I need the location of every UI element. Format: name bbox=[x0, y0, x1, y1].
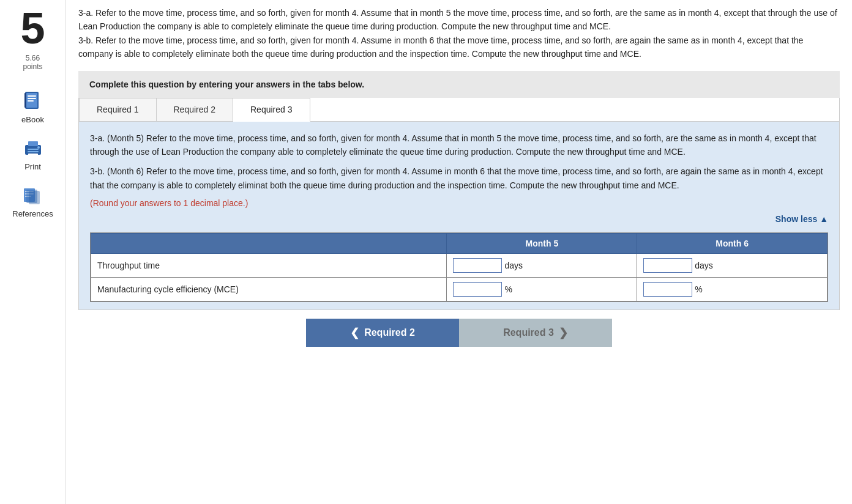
table-row-mce: Manufacturing cycle efficiency (MCE) % bbox=[91, 278, 828, 302]
question-part-b: 3-b. Refer to the move time, process tim… bbox=[78, 35, 803, 59]
question-text: 3-a. Refer to the move time, process tim… bbox=[78, 6, 840, 61]
mce-month5-input[interactable] bbox=[453, 282, 502, 297]
tab-part-a: 3-a. (Month 5) Refer to the move time, p… bbox=[90, 132, 828, 159]
points-info: 5.66 points bbox=[23, 54, 42, 71]
tab-content-required-3: 3-a. (Month 5) Refer to the move time, p… bbox=[79, 122, 839, 310]
tab-required-3[interactable]: Required 3 bbox=[233, 98, 310, 122]
svg-rect-2 bbox=[28, 95, 36, 97]
svg-rect-10 bbox=[28, 154, 38, 157]
svg-rect-9 bbox=[28, 141, 38, 146]
throughput-month6-cell: days bbox=[637, 254, 828, 278]
svg-rect-18 bbox=[29, 191, 40, 204]
table-row-throughput: Throughput time days bbox=[91, 254, 828, 278]
data-table-wrapper: Month 5 Month 6 Throughput time day bbox=[90, 232, 828, 302]
instruction-box: Complete this question by entering your … bbox=[78, 71, 840, 98]
tab-required-1[interactable]: Required 1 bbox=[79, 98, 157, 121]
ebook-label: eBook bbox=[21, 115, 44, 124]
ebook-icon bbox=[21, 89, 45, 113]
svg-rect-7 bbox=[28, 149, 39, 150]
references-icon bbox=[21, 183, 44, 207]
throughput-month5-unit: days bbox=[504, 261, 523, 270]
show-less-link[interactable]: Show less ▲ bbox=[90, 212, 828, 229]
svg-point-11 bbox=[37, 146, 40, 149]
table-header-month6: Month 6 bbox=[637, 234, 828, 254]
main-content: 3-a. Refer to the move time, process tim… bbox=[66, 0, 852, 504]
prev-arrow: ❮ bbox=[350, 326, 359, 339]
table-header-empty bbox=[91, 234, 447, 254]
mce-label: Manufacturing cycle efficiency (MCE) bbox=[91, 278, 447, 302]
svg-rect-3 bbox=[28, 98, 36, 99]
mce-month5-cell: % bbox=[447, 278, 637, 302]
instruction-text: Complete this question by entering your … bbox=[89, 80, 364, 89]
tab-required-2[interactable]: Required 2 bbox=[157, 98, 234, 121]
print-label: Print bbox=[24, 162, 41, 171]
points-suffix: points bbox=[23, 62, 42, 71]
mce-month6-input[interactable] bbox=[643, 282, 692, 297]
question-part-a: 3-a. Refer to the move time, process tim… bbox=[78, 8, 837, 31]
round-note: (Round your answers to 1 decimal place.) bbox=[90, 198, 828, 208]
sidebar-item-ebook[interactable]: eBook bbox=[21, 89, 45, 124]
next-button[interactable]: Required 3 ❯ bbox=[459, 319, 612, 347]
tab-part-b: 3-b. (Month 6) Refer to the move time, p… bbox=[90, 165, 828, 192]
tabs-bar: Required 1 Required 2 Required 3 bbox=[79, 98, 839, 122]
throughput-label: Throughput time bbox=[91, 254, 447, 278]
bottom-navigation: ❮ Required 2 Required 3 ❯ bbox=[78, 310, 840, 353]
data-table: Month 5 Month 6 Throughput time day bbox=[91, 233, 828, 302]
references-label: References bbox=[12, 209, 53, 218]
tabs-container: Required 1 Required 2 Required 3 3-a. (M… bbox=[78, 98, 840, 311]
svg-rect-8 bbox=[28, 151, 39, 152]
prev-button[interactable]: ❮ Required 2 bbox=[306, 319, 459, 347]
mce-month6-cell: % bbox=[637, 278, 828, 302]
print-icon bbox=[21, 136, 45, 160]
throughput-month5-input[interactable] bbox=[453, 258, 502, 273]
question-number: 5 bbox=[20, 6, 45, 50]
mce-month6-unit: % bbox=[695, 284, 702, 294]
throughput-month6-input[interactable] bbox=[643, 258, 692, 273]
next-label: Required 3 bbox=[503, 327, 554, 338]
sidebar: 5 5.66 points eBook bbox=[0, 0, 66, 504]
throughput-month5-cell: days bbox=[447, 254, 637, 278]
prev-label: Required 2 bbox=[364, 327, 415, 338]
throughput-month6-unit: days bbox=[695, 261, 713, 270]
svg-rect-4 bbox=[28, 100, 34, 102]
points-value: 5.66 bbox=[26, 54, 40, 62]
sidebar-item-print[interactable]: Print bbox=[21, 136, 45, 171]
table-header-month5: Month 5 bbox=[447, 234, 637, 254]
svg-rect-5 bbox=[24, 93, 26, 108]
sidebar-item-references[interactable]: References bbox=[12, 183, 53, 218]
next-arrow: ❯ bbox=[559, 326, 568, 339]
mce-month5-unit: % bbox=[504, 284, 512, 294]
